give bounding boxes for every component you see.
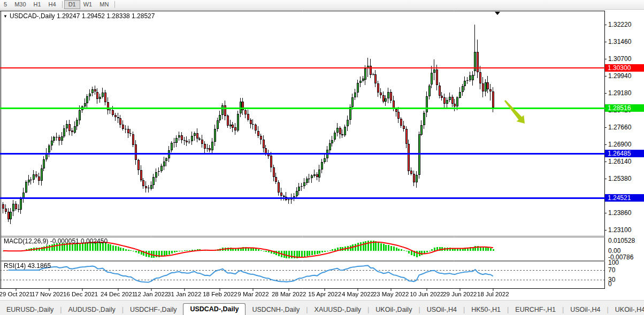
- time-tick-label: 4 May 2022: [342, 291, 374, 297]
- price-tick-label: 1.26900: [608, 141, 631, 148]
- time-tick-label: 17 Nov 2021: [32, 291, 66, 297]
- timeframe-button-w1[interactable]: W1: [80, 1, 96, 9]
- symbol-tab-eurusd-0[interactable]: EURUSD-,Daily: [0, 304, 60, 315]
- price-level-badge: 1.28516: [605, 104, 644, 112]
- price-tick-mark: [605, 144, 607, 145]
- toolbar-separator: [114, 1, 115, 8]
- price-tick-label: 1.29940: [608, 72, 631, 80]
- symbol-tab-hk50-8[interactable]: HK50-,H1: [465, 304, 507, 315]
- timeframe-button-h4[interactable]: H4: [45, 1, 60, 9]
- price-tick-mark: [605, 230, 607, 231]
- time-tick-label: 28 Mar 2022: [272, 291, 306, 297]
- time-tick-label: 18 Jul 2022: [477, 291, 509, 297]
- time-tick-label: 15 Apr 2022: [308, 291, 341, 297]
- price-tick-label: 1.29180: [608, 89, 631, 97]
- timeframe-toolbar: 5M30H1H4D1W1MN: [0, 0, 644, 10]
- price-tick-label: 1.25380: [608, 175, 631, 182]
- symbol-tab-usoil-7[interactable]: USOil-,H4: [420, 304, 463, 315]
- timeframe-button-d1[interactable]: D1: [65, 1, 80, 9]
- symbol-tab-ukoil-11[interactable]: UKOil-,H4: [609, 304, 644, 315]
- toolbar-separator: [62, 1, 63, 8]
- symbol-tab-usdcad-3[interactable]: USDCAD-,Daily: [183, 303, 246, 315]
- price-tick-mark: [605, 59, 607, 59]
- price-chart-canvas[interactable]: [0, 11, 605, 289]
- timeframe-button-h1[interactable]: H1: [30, 1, 45, 9]
- symbol-tab-usdchf-2[interactable]: USDCHF-,Daily: [124, 304, 183, 315]
- price-tick-mark: [605, 127, 607, 128]
- price-tick-mark: [605, 42, 607, 42]
- price-tick-mark: [605, 25, 607, 25]
- price-tick-mark: [605, 93, 607, 94]
- time-tick-label: 18 Feb 2022: [203, 291, 237, 297]
- time-tick-label: 29 Oct 2021: [0, 291, 33, 297]
- symbol-tab-audusd-1[interactable]: AUDUSD-,Daily: [62, 304, 121, 315]
- chart-title-text: USDCAD-,Daily 1.29247 1.29452 1.28338 1.…: [10, 12, 155, 20]
- symbol-tab-ukoil-6[interactable]: UKOil-,Daily: [369, 304, 418, 315]
- symbol-tab-usoil-10[interactable]: USOil-,H4: [564, 304, 607, 315]
- mt4-chart-window: 5M30H1H4D1W1MN ▼USDCAD-,Daily 1.29247 1.…: [0, 0, 644, 315]
- rsi-indicator-label: RSI(14) 43.1865: [4, 262, 51, 270]
- symbol-tab-xauusd-5[interactable]: XAUUSD-,Daily: [308, 304, 368, 315]
- time-tick-label: 29 Jun 2022: [443, 291, 477, 297]
- price-tick-label: 1.26140: [608, 158, 631, 165]
- symbol-tab-usdcnh-4[interactable]: USDCNH-,Daily: [246, 304, 306, 315]
- timeframe-button-5[interactable]: 5: [0, 1, 11, 9]
- time-tick-label: 9 Mar 2022: [237, 291, 269, 297]
- rsi-axis-label: 0: [608, 280, 612, 288]
- timeframe-button-mn[interactable]: MN: [96, 1, 112, 9]
- price-tick-label: 1.23860: [608, 209, 631, 217]
- price-level-badge: 1.30300: [605, 64, 644, 72]
- timeframe-button-m30[interactable]: M30: [11, 1, 29, 9]
- rsi-axis-label: 70: [608, 266, 615, 274]
- rsi-axis-label: 100: [608, 259, 619, 266]
- down-trend-arrow-annotation: [502, 98, 526, 125]
- price-tick-label: 1.23100: [608, 226, 631, 234]
- symbol-tab-bar: EURUSD-,Daily|AUDUSD-,Daily|USDCHF-,Dail…: [0, 300, 644, 315]
- price-level-badge: 1.26485: [605, 150, 644, 157]
- chart-title: ▼USDCAD-,Daily 1.29247 1.29452 1.28338 1…: [3, 12, 155, 20]
- price-level-badge: 1.24521: [605, 194, 644, 202]
- price-tick-label: 1.32220: [608, 21, 631, 28]
- time-tick-label: 10 Jun 2022: [410, 291, 443, 297]
- symbol-tab-eurchf-9[interactable]: EURCHF-,H1: [509, 304, 562, 315]
- time-tick-label: 23 May 2022: [373, 291, 409, 297]
- time-tick-label: 24 Dec 2021: [101, 291, 135, 297]
- price-tick-mark: [605, 162, 607, 162]
- time-tick-label: 12 Jan 2022: [134, 291, 168, 297]
- chevron-down-icon: ▼: [3, 14, 7, 19]
- macd-indicator-label: MACD(12,26,9) -0.000051 0.002450: [4, 237, 108, 245]
- price-tick-label: 1.30700: [608, 55, 631, 63]
- time-tick-label: 31 Jan 2022: [167, 291, 201, 297]
- price-tick-label: 1.27660: [608, 124, 631, 131]
- macd-axis-label: 0.010528: [608, 237, 635, 244]
- price-tick-label: 1.31460: [608, 38, 631, 45]
- price-tick-mark: [605, 76, 607, 76]
- price-tick-mark: [605, 213, 607, 213]
- price-tick-mark: [605, 179, 607, 179]
- time-tick-label: 6 Dec 2021: [66, 291, 98, 297]
